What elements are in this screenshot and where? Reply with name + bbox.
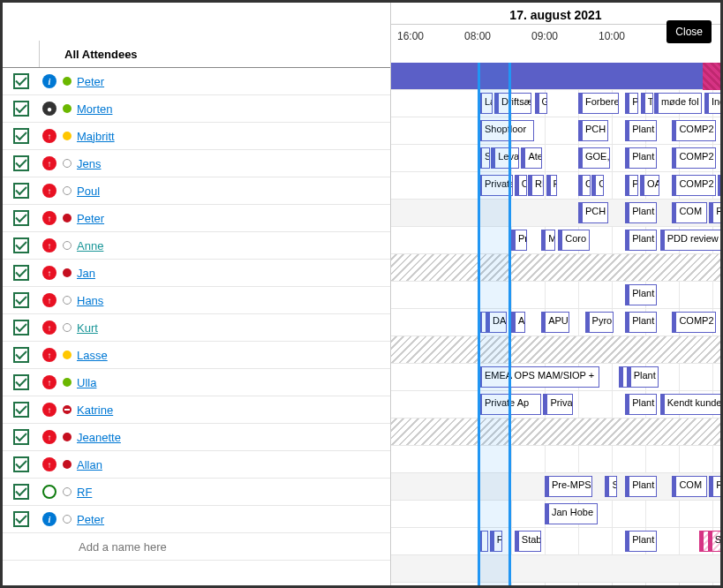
attendee-checkbox[interactable]	[3, 210, 40, 226]
calendar-event[interactable]: Private Ap	[478, 394, 541, 415]
calendar-event[interactable]: Plant	[625, 312, 657, 333]
attendee-checkbox[interactable]	[3, 374, 40, 390]
attendee-link[interactable]: Morten	[77, 102, 112, 116]
attendee-link[interactable]: Hans	[77, 294, 103, 307]
calendar-event[interactable]: COMP2	[672, 147, 716, 169]
attendee-row[interactable]: ↑Katrine	[3, 396, 390, 424]
timeline-row[interactable]: Jan Hobe	[391, 501, 720, 528]
calendar-event[interactable]: Driftsæri	[494, 93, 531, 114]
timeline-row[interactable]	[391, 254, 720, 282]
attendee-name[interactable]: Lasse	[75, 349, 390, 362]
calendar-event[interactable]: Plant	[625, 531, 657, 552]
attendee-link[interactable]: Peter	[77, 513, 104, 526]
attendee-checkbox[interactable]	[3, 456, 40, 472]
attendee-row[interactable]: ↑Jan	[3, 260, 390, 287]
attendee-row[interactable]: ↑Majbritt	[3, 123, 390, 150]
calendar-event[interactable]: Indl	[704, 93, 720, 114]
calendar-event[interactable]: S	[605, 476, 617, 497]
calendar-event[interactable]: Jan Hobe	[545, 503, 598, 524]
calendar-event[interactable]: R	[546, 175, 557, 196]
calendar-event[interactable]: Frol	[709, 202, 720, 223]
calendar-event[interactable]	[718, 175, 720, 196]
attendee-checkbox[interactable]	[3, 237, 40, 253]
attendee-checkbox[interactable]	[3, 73, 40, 89]
timeline-row[interactable]: te ApShopfloorPCHPlantCOMP2	[391, 117, 720, 145]
calendar-event[interactable]: APU	[541, 312, 569, 333]
calendar-event[interactable]	[478, 531, 488, 552]
calendar-event[interactable]: La	[478, 93, 493, 114]
attendee-row[interactable]: ↑Jeanette	[3, 424, 390, 451]
calendar-event[interactable]: A	[511, 312, 525, 333]
timeline-row[interactable]	[391, 336, 720, 364]
calendar-event[interactable]: Plant	[625, 476, 657, 497]
attendee-row[interactable]: ●Morten	[3, 95, 390, 123]
attendee-name[interactable]: Poul	[75, 185, 390, 198]
attendee-checkbox[interactable]	[3, 155, 40, 171]
calendar-event[interactable]: M	[541, 230, 555, 251]
calendar-event[interactable]: GOE,	[578, 147, 610, 169]
calendar-event[interactable]: COMP2	[672, 120, 716, 141]
calendar-event[interactable]: PCH	[578, 202, 608, 223]
attendee-name[interactable]: Jeanette	[75, 431, 390, 444]
calendar-event[interactable]: Kendt kunde	[660, 394, 720, 415]
attendee-checkbox[interactable]	[3, 511, 40, 527]
timeline-row[interactable]	[391, 446, 720, 473]
timeline-row[interactable]: DAAAPUPyroPlantCOMP2	[391, 309, 720, 336]
add-attendee-row[interactable]	[3, 533, 390, 561]
calendar-event[interactable]: Pre-MPS	[545, 476, 592, 497]
attendee-link[interactable]: Peter	[77, 75, 104, 88]
attendee-row[interactable]: iPeter	[3, 68, 390, 95]
timeline-row[interactable]	[391, 418, 720, 446]
attendee-row[interactable]: ↑Jens	[3, 150, 390, 177]
calendar-event[interactable]: Priva	[543, 394, 573, 415]
calendar-event[interactable]: PCH	[578, 120, 608, 141]
attendee-name[interactable]: Anne	[75, 239, 390, 253]
calendar-event[interactable]: Plant	[625, 284, 657, 305]
attendee-link[interactable]: Poul	[77, 185, 100, 198]
calendar-event[interactable]: Shopfloor	[478, 120, 534, 141]
attendee-link[interactable]: Ulla	[77, 376, 96, 389]
attendee-checkbox[interactable]	[3, 320, 40, 335]
attendee-checkbox[interactable]	[3, 402, 40, 418]
calendar-event[interactable]: Forbere	[578, 93, 619, 114]
calendar-event[interactable]: Coro	[558, 230, 590, 251]
timeline-row[interactable]	[391, 555, 720, 583]
calendar-event[interactable]: C	[591, 175, 604, 196]
attendee-name[interactable]: Hans	[75, 294, 390, 307]
timeline-row[interactable]: Pre-MPSSPlantCOMFrol	[391, 473, 720, 501]
calendar-event[interactable]: COMP2	[672, 312, 716, 333]
calendar-event[interactable]: F	[490, 531, 502, 552]
attendee-link[interactable]: Kurt	[77, 321, 98, 335]
calendar-event[interactable]: møde fol	[654, 93, 702, 114]
calendar-event[interactable]: PDD review	[660, 230, 720, 251]
timeline-row[interactable]: Private ApPrivaPlantKendt kunde	[391, 391, 720, 418]
attendee-checkbox[interactable]	[3, 484, 40, 500]
attendee-name[interactable]: Kurt	[75, 321, 390, 335]
calendar-event[interactable]: Private	[478, 175, 513, 196]
attendee-row[interactable]: iPeter	[3, 506, 390, 533]
attendee-link[interactable]: Lasse	[77, 349, 108, 362]
timeline-row[interactable]: SLevarAteGOE,PlantCOMP2	[391, 145, 720, 172]
calendar-event[interactable]: COM	[672, 476, 707, 497]
attendee-name[interactable]: Morten	[75, 102, 390, 116]
add-attendee-input[interactable]	[77, 539, 390, 555]
calendar-event[interactable]: OA	[640, 175, 659, 196]
attendee-name[interactable]: RF	[75, 486, 390, 499]
calendar-event[interactable]: C	[578, 175, 591, 196]
timeline-row[interactable]: EMEA OPS MAM/SIOP +Plant	[391, 364, 720, 391]
calendar-event[interactable]: Pl	[625, 93, 638, 114]
calendar-event[interactable]: Ate	[521, 147, 542, 169]
attendee-row[interactable]: ↑Kurt	[3, 314, 390, 342]
calendar-event[interactable]: Sky	[708, 531, 720, 552]
calendar-event[interactable]: Plant	[625, 147, 657, 169]
attendee-checkbox[interactable]	[3, 347, 40, 363]
attendee-checkbox[interactable]	[3, 429, 40, 445]
timeline-row[interactable]: kusereLaDriftsæriGForberePlTimøde folInd…	[391, 90, 720, 117]
calendar-event[interactable]: Pl	[625, 175, 638, 196]
attendee-link[interactable]: Anne	[77, 239, 103, 253]
calendar-event[interactable]: Pyro	[585, 312, 614, 333]
attendee-name[interactable]: Peter	[75, 212, 390, 225]
close-button[interactable]: Close	[667, 20, 712, 43]
attendee-row[interactable]: ↑Ulla	[3, 369, 390, 396]
attendee-name[interactable]: Peter	[75, 513, 390, 526]
